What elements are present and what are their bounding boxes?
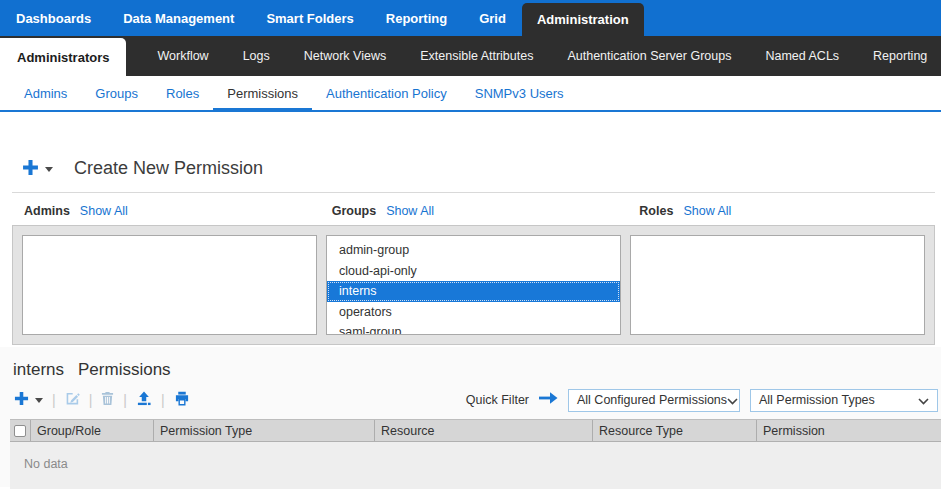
configured-permissions-select[interactable]: All Configured Permissions (568, 389, 740, 412)
selected-group-name: interns (13, 360, 64, 379)
upload-icon (136, 391, 152, 409)
column-permission-type[interactable]: Permission Type (154, 420, 375, 441)
section-divider (12, 192, 935, 193)
roles-label: Roles (639, 204, 673, 218)
tab-roles[interactable]: Roles (152, 76, 213, 110)
nav-reporting[interactable]: Reporting (370, 0, 463, 36)
groups-listbox[interactable]: admin-group cloud-api-only interns opera… (326, 235, 621, 335)
chevron-down-icon (35, 398, 43, 407)
tab-groups[interactable]: Groups (81, 76, 152, 110)
nav-smart-folders[interactable]: Smart Folders (250, 0, 369, 36)
column-resource[interactable]: Resource (375, 420, 593, 441)
quick-filter-area: Quick Filter All Configured Permissions … (466, 389, 938, 412)
admins-listbox[interactable] (22, 235, 317, 335)
header-checkbox-cell (10, 420, 31, 441)
permission-types-select[interactable]: All Permission Types (750, 389, 938, 412)
toolbar-separator: | (52, 392, 56, 408)
nav-dashboards[interactable]: Dashboards (0, 0, 107, 36)
group-item[interactable]: admin-group (327, 240, 620, 261)
create-section-title: Create New Permission (74, 158, 263, 179)
tab-logs[interactable]: Logs (228, 36, 285, 76)
plus-icon (14, 391, 29, 409)
nav-administration[interactable]: Administration (522, 3, 644, 36)
tab-network-views[interactable]: Network Views (289, 36, 401, 76)
delete-button[interactable] (101, 391, 114, 409)
primary-nav: Dashboards Data Management Smart Folders… (0, 0, 941, 36)
tertiary-nav: Admins Groups Roles Permissions Authenti… (0, 76, 941, 112)
tab-permissions[interactable]: Permissions (213, 76, 312, 110)
tab-authentication-server-groups[interactable]: Authentication Server Groups (552, 36, 746, 76)
roles-show-all-link[interactable]: Show All (683, 204, 731, 218)
arrow-right-icon (538, 391, 559, 409)
table-body: No data (10, 442, 941, 489)
tab-administrators[interactable]: Administrators (0, 38, 126, 76)
chevron-down-icon (727, 391, 738, 409)
permissions-table: Group/Role Permission Type Resource Reso… (10, 419, 941, 489)
permissions-heading: internsPermissions (13, 360, 941, 380)
table-header: Group/Role Permission Type Resource Reso… (10, 419, 941, 442)
roles-listbox[interactable] (630, 235, 925, 335)
toolbar-separator: | (161, 392, 165, 408)
upload-button[interactable] (136, 391, 152, 409)
selector-panel: admin-group cloud-api-only interns opera… (12, 225, 935, 345)
toolbar-separator: | (89, 392, 93, 408)
permissions-title: Permissions (78, 360, 171, 379)
edit-icon (65, 391, 80, 409)
toolbar-separator: | (123, 392, 127, 408)
admins-show-all-link[interactable]: Show All (80, 204, 128, 218)
edit-button[interactable] (65, 391, 80, 409)
tab-extensible-attributes[interactable]: Extensible Attributes (405, 36, 548, 76)
column-permission[interactable]: Permission (757, 420, 941, 441)
tab-workflow[interactable]: Workflow (142, 36, 223, 76)
select-all-checkbox[interactable] (14, 425, 26, 437)
tab-admins[interactable]: Admins (10, 76, 81, 110)
admins-label: Admins (24, 204, 70, 218)
column-resource-type[interactable]: Resource Type (593, 420, 757, 441)
quick-filter-label: Quick Filter (466, 393, 529, 407)
selector-labels: Admins Show All Groups Show All Roles Sh… (12, 204, 935, 218)
plus-icon (22, 159, 39, 179)
create-permission-header: Create New Permission (22, 158, 941, 179)
group-item-selected[interactable]: interns (327, 281, 620, 302)
group-item[interactable]: cloud-api-only (327, 261, 620, 282)
chevron-down-icon (918, 391, 929, 409)
empty-table-message: No data (10, 442, 941, 471)
groups-show-all-link[interactable]: Show All (386, 204, 434, 218)
group-item[interactable]: saml-group (327, 322, 620, 335)
create-permission-add-button[interactable] (22, 159, 53, 179)
group-item[interactable]: operators (327, 302, 620, 323)
add-permission-button[interactable] (14, 391, 43, 409)
chevron-down-icon (45, 167, 53, 176)
printer-icon (174, 391, 190, 409)
secondary-nav: Administrators Workflow Logs Network Vie… (0, 36, 941, 76)
nav-grid[interactable]: Grid (463, 0, 522, 36)
print-button[interactable] (174, 391, 190, 409)
groups-label: Groups (332, 204, 376, 218)
tab-named-acls[interactable]: Named ACLs (750, 36, 854, 76)
permissions-toolbar: | | | | (14, 391, 190, 409)
column-group-role[interactable]: Group/Role (31, 420, 154, 441)
trash-icon (101, 391, 114, 409)
tab-authentication-policy[interactable]: Authentication Policy (312, 76, 461, 110)
tab-snmpv3-users[interactable]: SNMPv3 Users (461, 76, 578, 110)
tab-reporting[interactable]: Reporting (858, 36, 941, 76)
permissions-section: internsPermissions | | | (0, 347, 941, 487)
nav-data-management[interactable]: Data Management (107, 0, 250, 36)
